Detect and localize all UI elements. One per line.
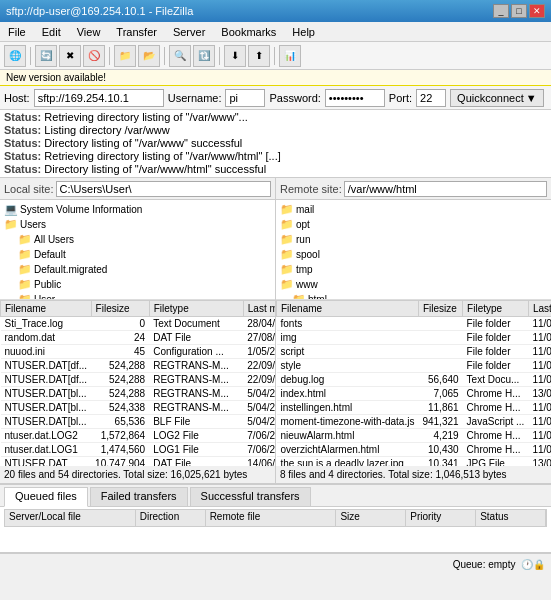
remote-col-size[interactable]: Filesize	[418, 301, 462, 317]
remote-panel: 📁mail📁opt📁run📁spool📁tmp📁www📁html❓fonts❓i…	[276, 200, 551, 484]
menu-edit[interactable]: Edit	[38, 25, 65, 39]
toolbar-btn-disconnect[interactable]: ✖	[59, 45, 81, 67]
table-row[interactable]: NTUSER.DAT10,747,904DAT File14/06/2019 0…	[1, 457, 276, 467]
table-row[interactable]: overzichtAlarmen.html10,430Chrome H...11…	[277, 443, 552, 457]
remote-file-name: moment-timezone-with-data.js	[277, 415, 419, 429]
menu-bookmarks[interactable]: Bookmarks	[217, 25, 280, 39]
table-row[interactable]: NTUSER.DAT[bl...65,536BLF File5/04/2019 …	[1, 415, 276, 429]
local-file-type: LOG2 File	[149, 429, 243, 443]
remote-file-name: instellingen.html	[277, 401, 419, 415]
password-input[interactable]	[325, 89, 385, 107]
toolbar-sep-4	[219, 47, 220, 65]
table-row[interactable]: index.html7,065Chrome H...13/06/2019 15:…	[277, 387, 552, 401]
remote-file-modified: 11/06/2019 23:53:23	[528, 345, 551, 359]
close-button[interactable]: ✕	[529, 4, 545, 18]
remote-tree-item[interactable]: 📁tmp	[278, 262, 549, 277]
table-row[interactable]: NTUSER.DAT[bl...524,288REGTRANS-M...5/04…	[1, 387, 276, 401]
toolbar-btn-reconnect[interactable]: 🔄	[35, 45, 57, 67]
toolbar-btn-cancel[interactable]: 🚫	[83, 45, 105, 67]
table-row[interactable]: nuuod.ini45Configuration ...1/05/2017 15…	[1, 345, 276, 359]
remote-file-name: debug.log	[277, 373, 419, 387]
menu-view[interactable]: View	[73, 25, 105, 39]
local-col-size[interactable]: Filesize	[91, 301, 149, 317]
table-row[interactable]: styleFile folder11/06/2019 23:53:23	[277, 359, 552, 373]
remote-site-input[interactable]	[344, 181, 547, 197]
menu-transfer[interactable]: Transfer	[112, 25, 161, 39]
toolbar-btn-compare[interactable]: 📊	[279, 45, 301, 67]
local-tree-item[interactable]: 📁User	[2, 292, 273, 300]
remote-tree: 📁mail📁opt📁run📁spool📁tmp📁www📁html❓fonts❓i…	[276, 200, 551, 300]
remote-file-size: 4,219	[418, 429, 462, 443]
local-file-type: REGTRANS-M...	[149, 359, 243, 373]
remote-col-type[interactable]: Filetype	[463, 301, 529, 317]
table-row[interactable]: fontsFile folder11/06/2019 23:53:23	[277, 317, 552, 331]
tab-successful[interactable]: Successful transfers	[190, 487, 311, 506]
remote-tree-item[interactable]: 📁run	[278, 232, 549, 247]
toolbar-btn-local-dir[interactable]: 📁	[114, 45, 136, 67]
remote-file-modified: 11/06/2019 23:53:23	[528, 359, 551, 373]
new-version-text: New version available!	[6, 72, 106, 83]
local-tree-item[interactable]: 📁Default	[2, 247, 273, 262]
table-row[interactable]: Sti_Trace.log0Text Document28/04/2017 11…	[1, 317, 276, 331]
local-tree-item[interactable]: 📁Public	[2, 277, 273, 292]
status-text-3: Directory listing of "/var/www" successf…	[44, 137, 242, 149]
remote-tree-item[interactable]: 📁opt	[278, 217, 549, 232]
remote-file-size: 7,065	[418, 387, 462, 401]
table-row[interactable]: ntuser.dat.LOG11,474,560LOG1 File7/06/20…	[1, 443, 276, 457]
remote-col-modified[interactable]: Last modified	[528, 301, 551, 317]
table-row[interactable]: the sun is a deadly lazer.jpg10,341JPG F…	[277, 457, 552, 467]
toolbar-btn-download[interactable]: ⬇	[224, 45, 246, 67]
queue-status-text: Queue: empty	[453, 559, 516, 570]
local-tree-item[interactable]: 📁All Users	[2, 232, 273, 247]
table-row[interactable]: ntuser.dat.LOG21,572,864LOG2 File7/06/20…	[1, 429, 276, 443]
local-tree-item[interactable]: 💻System Volume Information	[2, 202, 273, 217]
table-row[interactable]: random.dat24DAT File27/08/2018 15:55:21	[1, 331, 276, 345]
local-col-name[interactable]: Filename	[1, 301, 92, 317]
local-file-size: 10,747,904	[91, 457, 149, 467]
table-row[interactable]: instellingen.html11,861Chrome H...11/06/…	[277, 401, 552, 415]
table-row[interactable]: imgFile folder11/06/2019 23:53:23	[277, 331, 552, 345]
minimize-button[interactable]: _	[493, 4, 509, 18]
remote-tree-item[interactable]: 📁mail	[278, 202, 549, 217]
remote-tree-item[interactable]: 📁html	[278, 292, 549, 300]
transfer-col-size: Size	[336, 510, 406, 526]
remote-tree-item[interactable]: 📁spool	[278, 247, 549, 262]
remote-file-type: File folder	[463, 317, 529, 331]
tab-queued[interactable]: Queued files	[4, 487, 88, 507]
local-col-type[interactable]: Filetype	[149, 301, 243, 317]
remote-tree-item[interactable]: 📁www	[278, 277, 549, 292]
connection-bar: Host: Username: Password: Port: Quickcon…	[0, 86, 551, 110]
local-panel: 💻System Volume Information📁Users📁All Use…	[0, 200, 276, 484]
table-row[interactable]: nieuwAlarm.html4,219Chrome H...11/06/201…	[277, 429, 552, 443]
toolbar-btn-remote-dir[interactable]: 📂	[138, 45, 160, 67]
menu-file[interactable]: File	[4, 25, 30, 39]
table-row[interactable]: NTUSER.DAT[bl...524,338REGTRANS-M...5/04…	[1, 401, 276, 415]
toolbar-btn-upload[interactable]: ⬆	[248, 45, 270, 67]
transfer-section: Queued files Failed transfers Successful…	[0, 485, 551, 553]
table-row[interactable]: scriptFile folder11/06/2019 23:53:23	[277, 345, 552, 359]
menu-help[interactable]: Help	[288, 25, 319, 39]
quickconnect-button[interactable]: Quickconnect ▼	[450, 89, 544, 107]
toolbar-btn-filter[interactable]: 🔍	[169, 45, 191, 67]
tab-failed[interactable]: Failed transfers	[90, 487, 188, 506]
table-row[interactable]: NTUSER.DAT[df...524,288REGTRANS-M...22/0…	[1, 359, 276, 373]
host-input[interactable]	[34, 89, 164, 107]
local-col-modified[interactable]: Last modified	[243, 301, 275, 317]
table-row[interactable]: NTUSER.DAT[df...524,288REGTRANS-M...22/0…	[1, 373, 276, 387]
local-tree-item[interactable]: 📁Default.migrated	[2, 262, 273, 277]
table-row[interactable]: moment-timezone-with-data.js941,321JavaS…	[277, 415, 552, 429]
local-site-input[interactable]	[56, 181, 271, 197]
table-row[interactable]: debug.log56,640Text Docu...11/06/2019 23…	[277, 373, 552, 387]
maximize-button[interactable]: □	[511, 4, 527, 18]
toolbar-btn-sync[interactable]: 🔃	[193, 45, 215, 67]
remote-file-size	[418, 317, 462, 331]
toolbar-btn-1[interactable]: 🌐	[4, 45, 26, 67]
local-tree-item[interactable]: 📁Users	[2, 217, 273, 232]
local-file-modified: 22/09/2018 20:20	[243, 373, 275, 387]
remote-file-modified: 11/06/2019 23:53:23	[528, 401, 551, 415]
port-input[interactable]	[416, 89, 446, 107]
username-input[interactable]	[225, 89, 265, 107]
menu-server[interactable]: Server	[169, 25, 209, 39]
remote-file-modified: 11/06/2019 23:53:23	[528, 443, 551, 457]
remote-col-name[interactable]: Filename	[277, 301, 419, 317]
